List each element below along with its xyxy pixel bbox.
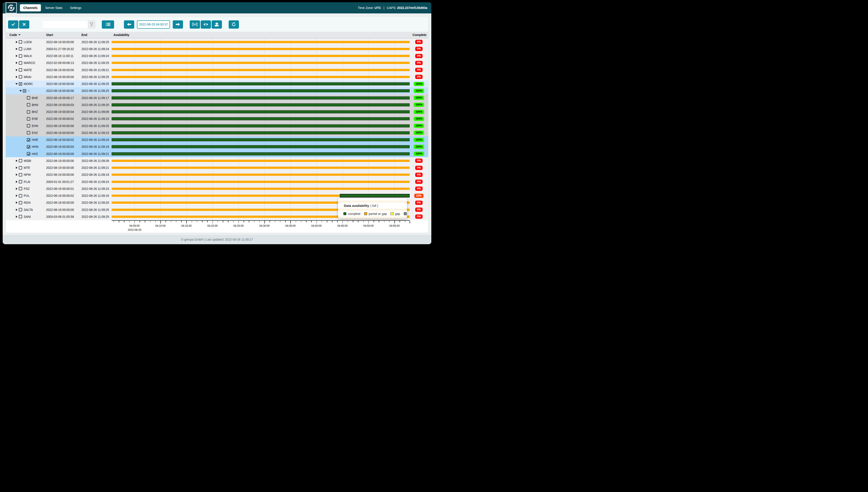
channel-list-button[interactable] — [102, 20, 114, 29]
collapse-arrow-icon[interactable] — [15, 83, 18, 85]
row-checkbox[interactable] — [19, 75, 22, 78]
availability-segment-complete[interactable] — [112, 124, 410, 127]
realtime-button[interactable] — [190, 20, 200, 29]
row-checkbox[interactable] — [19, 47, 22, 51]
expand-arrow-icon[interactable] — [15, 201, 18, 204]
row-checkbox[interactable] — [19, 40, 22, 44]
expand-arrow-icon[interactable] — [15, 174, 18, 176]
availability-segment-partial[interactable] — [112, 181, 410, 183]
row-checkbox[interactable] — [27, 138, 30, 142]
minor-tick — [353, 221, 353, 222]
time-back-button[interactable] — [124, 20, 134, 29]
row-checkbox[interactable] — [27, 96, 30, 100]
row-checkbox[interactable] — [19, 82, 22, 85]
availability-segment-partial[interactable] — [112, 160, 410, 162]
column-header-code[interactable]: Code — [6, 33, 43, 37]
tab-settings[interactable]: Settings — [67, 4, 85, 11]
filter-input[interactable] — [43, 21, 88, 28]
availability-segment-complete[interactable] — [112, 103, 410, 106]
column-header-end[interactable]: End — [78, 33, 112, 37]
row-checkbox[interactable] — [27, 117, 30, 121]
row-checkbox[interactable] — [27, 145, 30, 148]
row-checkbox[interactable] — [27, 152, 30, 155]
expand-arrow-icon[interactable] — [15, 167, 18, 169]
availability-segment-complete[interactable] — [112, 145, 410, 148]
expand-arrow-icon[interactable] — [15, 76, 18, 78]
expand-arrow-icon[interactable] — [15, 160, 18, 162]
column-header-availability[interactable]: Availability — [112, 33, 410, 37]
row-checkbox[interactable] — [19, 194, 22, 197]
view-button[interactable] — [201, 20, 211, 29]
cell-code: EHN — [6, 122, 43, 129]
availability-segment-partial[interactable] — [112, 195, 340, 197]
availability-segment-partial[interactable] — [112, 174, 410, 176]
minor-tick — [192, 221, 192, 222]
filter-suffix[interactable] — [88, 21, 95, 28]
availability-segment-complete[interactable] — [112, 82, 410, 85]
column-header-start[interactable]: Start — [43, 33, 78, 37]
expand-arrow-icon[interactable] — [15, 195, 18, 197]
time-window-input[interactable] — [137, 20, 170, 29]
row-checkbox[interactable] — [19, 187, 22, 190]
collapse-arrow-icon[interactable] — [19, 90, 22, 92]
row-checkbox[interactable] — [27, 110, 30, 114]
expand-arrow-icon[interactable] — [15, 55, 18, 57]
column-header-complete[interactable]: Complete — [410, 33, 428, 37]
row-checkbox[interactable] — [19, 180, 22, 183]
availability-segment-partial[interactable] — [112, 41, 410, 43]
row-checkbox[interactable] — [19, 159, 22, 162]
download-button[interactable] — [212, 20, 222, 29]
availability-segment-complete[interactable] — [340, 194, 410, 197]
apply-selection-button[interactable] — [8, 20, 18, 29]
expand-arrow-icon[interactable] — [15, 188, 18, 190]
row-checkbox[interactable] — [19, 201, 22, 204]
cell-complete: 0% — [410, 68, 428, 72]
server-info: Time Zone: UTC | CAPS: 2022.237#ef135d93… — [358, 6, 427, 9]
major-tick — [264, 221, 265, 223]
availability-segment-partial[interactable] — [112, 69, 410, 71]
availability-segment-partial[interactable] — [112, 76, 410, 78]
row-checkbox[interactable] — [19, 215, 22, 218]
row-checkbox[interactable] — [19, 54, 22, 58]
footer: © gempa GmbH | Last updated: 2022-08-26 … — [3, 235, 431, 244]
cell-code: MALK — [6, 53, 43, 59]
minor-tick — [124, 221, 124, 222]
availability-segment-partial[interactable] — [112, 48, 410, 50]
tab-channels[interactable]: Channels — [20, 4, 41, 11]
availability-segment-complete[interactable] — [112, 152, 410, 155]
availability-segment-partial[interactable] — [112, 55, 410, 57]
row-checkbox[interactable] — [19, 68, 22, 72]
availability-segment-complete[interactable] — [112, 139, 410, 141]
expand-arrow-icon[interactable] — [15, 48, 18, 50]
expand-arrow-icon[interactable] — [15, 181, 18, 183]
time-forward-button[interactable] — [173, 20, 183, 29]
availability-segment-complete[interactable] — [112, 110, 410, 114]
row-checkbox[interactable] — [27, 131, 30, 134]
availability-segment-complete[interactable] — [112, 131, 410, 134]
row-checkbox[interactable] — [27, 124, 30, 127]
row-checkbox[interactable] — [19, 61, 22, 65]
expand-arrow-icon[interactable] — [15, 41, 18, 43]
complete-badge: 0% — [415, 68, 423, 72]
caps-logo[interactable] — [6, 2, 17, 14]
row-checkbox[interactable] — [27, 103, 30, 106]
expand-arrow-icon[interactable] — [15, 208, 18, 211]
refresh-button[interactable] — [228, 20, 239, 29]
tab-server-stats[interactable]: Server Stats — [42, 4, 66, 11]
cell-start: 2003-01-01 00:01:27 — [43, 180, 78, 183]
availability-segment-complete[interactable] — [112, 90, 410, 92]
row-checkbox[interactable] — [19, 166, 22, 170]
availability-segment-partial[interactable] — [112, 188, 410, 190]
expand-arrow-icon[interactable] — [15, 216, 18, 218]
row-checkbox[interactable] — [19, 208, 22, 211]
expand-arrow-icon[interactable] — [15, 62, 18, 64]
availability-segment-complete[interactable] — [112, 96, 410, 99]
cell-complete: 0% — [410, 187, 428, 191]
availability-segment-partial[interactable] — [112, 62, 410, 64]
availability-segment-complete[interactable] — [112, 117, 410, 120]
row-checkbox[interactable] — [23, 89, 26, 93]
expand-arrow-icon[interactable] — [15, 69, 18, 71]
availability-segment-partial[interactable] — [112, 167, 410, 169]
row-checkbox[interactable] — [19, 173, 22, 176]
clear-selection-button[interactable] — [19, 20, 29, 29]
